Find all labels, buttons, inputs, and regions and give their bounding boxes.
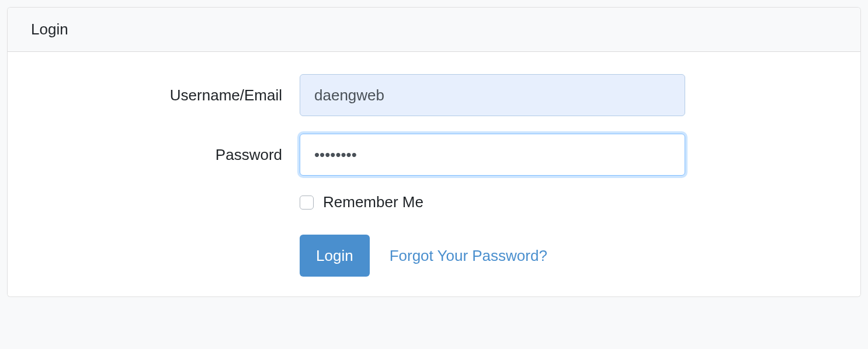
username-label: Username/Email — [31, 86, 300, 104]
username-row: Username/Email — [31, 74, 837, 116]
login-card: Login Username/Email Password Remember M… — [7, 7, 861, 297]
card-header: Login — [8, 8, 860, 52]
remember-label[interactable]: Remember Me — [323, 193, 423, 211]
remember-checkbox[interactable] — [300, 196, 314, 210]
password-input[interactable] — [300, 134, 685, 176]
password-label: Password — [31, 146, 300, 164]
password-row: Password — [31, 134, 837, 176]
remember-row: Remember Me — [31, 193, 837, 211]
card-body: Username/Email Password Remember Me Logi… — [8, 52, 860, 296]
action-row: Login Forgot Your Password? — [31, 211, 837, 277]
login-button[interactable]: Login — [300, 235, 370, 277]
card-title: Login — [31, 20, 68, 38]
username-input[interactable] — [300, 74, 685, 116]
forgot-password-link[interactable]: Forgot Your Password? — [390, 247, 547, 265]
